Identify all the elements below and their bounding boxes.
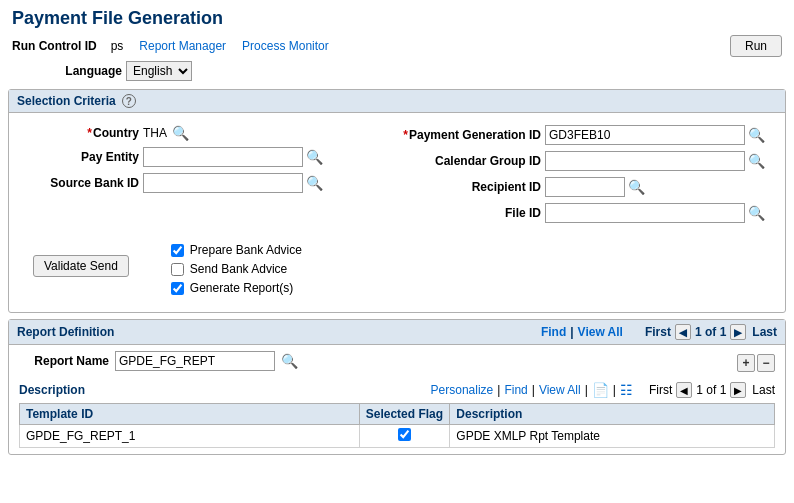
form-grid: Country THA 🔍 Pay Entity 🔍 Source Bank I…: [21, 121, 773, 233]
country-lookup-icon[interactable]: 🔍: [172, 125, 189, 141]
col-selected-label: Selected Flag: [366, 407, 443, 421]
recipient-id-lookup-icon[interactable]: 🔍: [628, 179, 645, 195]
sub-table: Template ID Selected Flag Description GP…: [19, 403, 775, 448]
file-id-field-row: File ID 🔍: [401, 203, 765, 223]
source-bank-value-group: 🔍: [143, 173, 323, 193]
recipient-id-input[interactable]: [545, 177, 625, 197]
generate-reports-label: Generate Report(s): [190, 281, 293, 295]
description-cell: GPDE XMLP Rpt Template: [450, 425, 775, 448]
sub-next-btn[interactable]: ▶: [730, 382, 746, 398]
country-label: Country: [29, 126, 139, 140]
report-manager-link[interactable]: Report Manager: [139, 39, 226, 53]
report-prev-btn[interactable]: ◀: [675, 324, 691, 340]
table-toolbar-right: Personalize | Find | View All | 📄 | ☷ Fi…: [431, 382, 775, 398]
calendar-group-lookup-icon[interactable]: 🔍: [748, 153, 765, 169]
source-bank-input[interactable]: [143, 173, 303, 193]
sub-view-all-link[interactable]: View All: [539, 383, 581, 397]
language-select[interactable]: English: [126, 61, 192, 81]
selected-flag-checkbox[interactable]: [398, 428, 411, 441]
source-bank-field-row: Source Bank ID 🔍: [29, 173, 385, 193]
report-definition-title: Report Definition: [17, 325, 114, 339]
report-nav-sep1: |: [570, 325, 573, 339]
selection-criteria-section: Selection Criteria ? Country THA 🔍 Pay E…: [8, 89, 786, 313]
sub-table-header-row: Template ID Selected Flag Description: [20, 404, 775, 425]
sub-last-label: Last: [752, 383, 775, 397]
calendar-group-field-row: Calendar Group ID 🔍: [401, 151, 765, 171]
file-id-label: File ID: [401, 206, 541, 220]
pay-entity-lookup-icon[interactable]: 🔍: [306, 149, 323, 165]
recipient-id-value-group: 🔍: [545, 177, 645, 197]
send-bank-advice-label: Send Bank Advice: [190, 262, 287, 276]
file-id-lookup-icon[interactable]: 🔍: [748, 205, 765, 221]
prepare-bank-advice-checkbox[interactable]: [171, 244, 184, 257]
payment-gen-id-value-group: 🔍: [545, 125, 765, 145]
pay-entity-field-row: Pay Entity 🔍: [29, 147, 385, 167]
report-find-link[interactable]: Find: [541, 325, 566, 339]
checkboxes-validate-row: Validate Send Prepare Bank Advice Send B…: [21, 237, 773, 304]
language-row: Language English: [0, 59, 794, 83]
sub-spreadsheet-icon[interactable]: 📄: [592, 382, 609, 398]
report-nav: Find | View All First ◀ 1 of 1 ▶ Last: [541, 324, 777, 340]
payment-gen-id-input[interactable]: [545, 125, 745, 145]
selection-criteria-header: Selection Criteria ?: [9, 90, 785, 113]
report-name-input[interactable]: [115, 351, 275, 371]
selection-criteria-title: Selection Criteria: [17, 94, 116, 108]
process-monitor-link[interactable]: Process Monitor: [242, 39, 329, 53]
generate-reports-row: Generate Report(s): [171, 281, 302, 295]
recipient-id-field-row: Recipient ID 🔍: [401, 177, 765, 197]
form-left-col: Country THA 🔍 Pay Entity 🔍 Source Bank I…: [21, 121, 393, 233]
payment-gen-id-label: Payment Generation ID: [401, 128, 541, 142]
report-definition-header: Report Definition Find | View All First …: [9, 320, 785, 345]
report-view-all-link[interactable]: View All: [578, 325, 623, 339]
pay-entity-input[interactable]: [143, 147, 303, 167]
report-page-of: 1 of 1: [695, 325, 726, 339]
validate-send-button[interactable]: Validate Send: [33, 255, 129, 277]
page-title: Payment File Generation: [12, 8, 782, 29]
country-value: THA: [143, 126, 167, 140]
table-row: GPDE_FG_REPT_1 GPDE XMLP Rpt Template: [20, 425, 775, 448]
selected-flag-cell: [359, 425, 450, 448]
payment-gen-id-lookup-icon[interactable]: 🔍: [748, 127, 765, 143]
del-report-button[interactable]: −: [757, 354, 775, 372]
pay-entity-value-group: 🔍: [143, 147, 323, 167]
sub-page-of: 1 of 1: [696, 383, 726, 397]
sub-first-label: First: [649, 383, 672, 397]
col-selected-flag: Selected Flag: [359, 404, 450, 425]
file-id-value-group: 🔍: [545, 203, 765, 223]
report-last-label: Last: [752, 325, 777, 339]
table-toolbar-left: Description: [19, 383, 85, 397]
run-button[interactable]: Run: [730, 35, 782, 57]
selection-criteria-body: Country THA 🔍 Pay Entity 🔍 Source Bank I…: [9, 113, 785, 312]
table-toolbar: Description Personalize | Find | View Al…: [19, 379, 775, 401]
report-name-row: Report Name 🔍: [19, 351, 298, 371]
help-icon[interactable]: ?: [122, 94, 136, 108]
report-name-lookup-icon[interactable]: 🔍: [281, 353, 298, 369]
source-bank-lookup-icon[interactable]: 🔍: [306, 175, 323, 191]
calendar-group-label: Calendar Group ID: [401, 154, 541, 168]
add-report-button[interactable]: +: [737, 354, 755, 372]
sub-table-container: Description Personalize | Find | View Al…: [19, 379, 775, 448]
run-control-value: ps: [111, 39, 124, 53]
sub-prev-btn[interactable]: ◀: [676, 382, 692, 398]
checkboxes-section: Prepare Bank Advice Send Bank Advice Gen…: [129, 237, 314, 304]
page-header: Payment File Generation: [0, 0, 794, 33]
template-id-cell: GPDE_FG_REPT_1: [20, 425, 360, 448]
run-control-label: Run Control ID: [12, 39, 97, 53]
calendar-group-input[interactable]: [545, 151, 745, 171]
sub-personalize-link[interactable]: Personalize: [431, 383, 494, 397]
country-value-group: THA 🔍: [143, 125, 189, 141]
report-next-btn[interactable]: ▶: [730, 324, 746, 340]
col-description: Description: [450, 404, 775, 425]
sub-table-body: GPDE_FG_REPT_1 GPDE XMLP Rpt Template: [20, 425, 775, 448]
pay-entity-label: Pay Entity: [29, 150, 139, 164]
sub-find-link[interactable]: Find: [504, 383, 527, 397]
generate-reports-checkbox[interactable]: [171, 282, 184, 295]
send-bank-advice-checkbox[interactable]: [171, 263, 184, 276]
source-bank-label: Source Bank ID: [29, 176, 139, 190]
report-definition-section: Report Definition Find | View All First …: [8, 319, 786, 455]
report-name-add-row: Report Name 🔍 + −: [19, 351, 775, 379]
file-id-input[interactable]: [545, 203, 745, 223]
payment-gen-id-field-row: Payment Generation ID 🔍: [401, 125, 765, 145]
sub-grid-icon[interactable]: ☷: [620, 382, 633, 398]
report-header-left: Report Definition: [17, 325, 114, 339]
